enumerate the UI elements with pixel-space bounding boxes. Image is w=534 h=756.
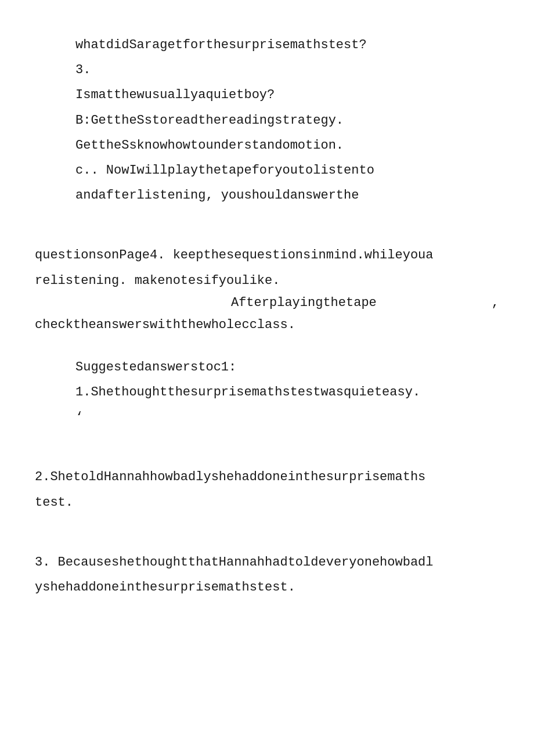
line-8: questionsonPage4. keepthesequestionsinmi… bbox=[0, 245, 534, 265]
line-10-comma: , bbox=[492, 296, 499, 310]
line-9: relistening. makenotesifyoulike. bbox=[0, 271, 534, 291]
spacer-4 bbox=[0, 517, 534, 552]
line-11: checktheanswerswiththewholecclass. bbox=[0, 315, 534, 335]
line-4: B:GettheSstoreadthereadingstrategy. bbox=[0, 110, 534, 131]
line-15: 2.ShetoldHannahhowbadlyshehaddoneinthesu… bbox=[0, 467, 534, 487]
line-17: 3. BecauseshethoughtthatHannahhadtoldeve… bbox=[0, 552, 534, 573]
line-12: Suggestedanswerstoc1: bbox=[0, 357, 534, 377]
line-10-container: Afterplayingthetape , bbox=[0, 296, 534, 310]
line-13: 1.Shethoughtthesurprisemathstestwasquiet… bbox=[0, 382, 534, 402]
line-10-text: Afterplayingthetape bbox=[35, 296, 457, 310]
spacer-3 bbox=[0, 432, 534, 467]
spacer-2 bbox=[0, 340, 534, 357]
line-18: yshehaddoneinthesurprisemathstest. bbox=[0, 577, 534, 597]
line-2: 3. bbox=[0, 60, 534, 80]
line-3: Ismatthewusuallyaquietboy? bbox=[0, 85, 534, 105]
line-5: GettheSsknowhowtounderstandomotion. bbox=[0, 135, 534, 156]
line-7: andafterlistening, youshouldanswerthe bbox=[0, 185, 534, 206]
line-16: test. bbox=[0, 492, 534, 513]
line-6: c.. NowIwillplaythetapeforyoutolistento bbox=[0, 160, 534, 181]
line-14: ‘ bbox=[0, 407, 534, 427]
line-1: whatdidSaragetforthesurprisemathstest? bbox=[0, 35, 534, 55]
spacer-1 bbox=[0, 210, 534, 245]
page-container: whatdidSaragetforthesurprisemathstest? 3… bbox=[0, 23, 534, 614]
